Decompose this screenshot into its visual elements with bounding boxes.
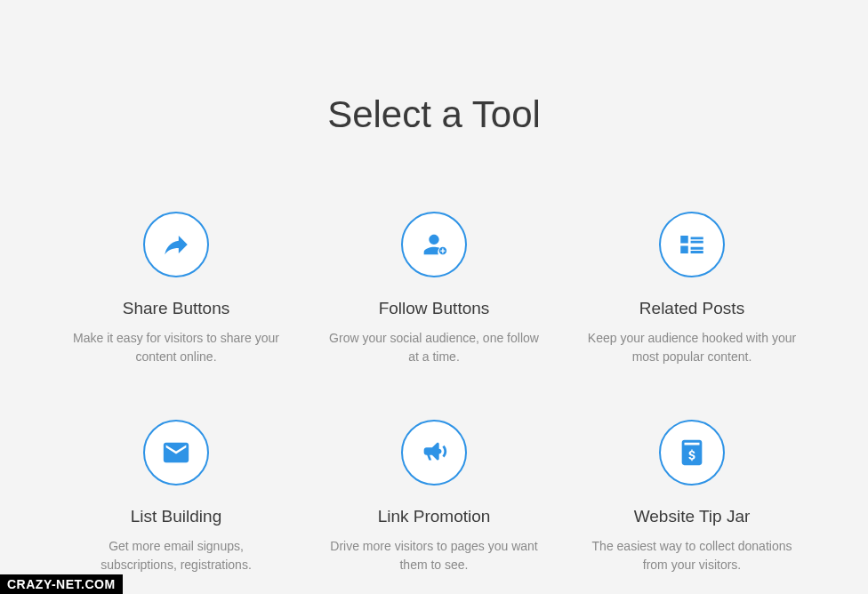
tool-link-promotion[interactable]: Link Promotion Drive more visitors to pa… [305,420,563,574]
tools-grid: Share Buttons Make it easy for visitors … [47,212,821,574]
watermark: CRAZY-NET.COM [0,574,123,594]
tool-title: Share Buttons [123,299,229,318]
tool-list-building[interactable]: List Building Get more email signups, su… [47,420,305,574]
tool-share-buttons[interactable]: Share Buttons Make it easy for visitors … [47,212,305,366]
follow-icon [401,212,467,277]
main-container: Select a Tool Share Buttons Make it easy… [0,0,868,574]
envelope-icon [143,420,209,486]
tool-description: Keep your audience hooked with your most… [585,329,799,366]
tool-related-posts[interactable]: Related Posts Keep your audience hooked … [563,212,821,366]
tip-jar-icon [659,420,725,486]
tool-title: Website Tip Jar [634,507,751,526]
tool-description: The easiest way to collect donations fro… [585,537,799,574]
tool-title: List Building [131,507,221,526]
list-icon [659,212,725,277]
share-icon [143,212,209,277]
tool-description: Get more email signups, subscriptions, r… [69,537,283,574]
page-title: Select a Tool [0,93,868,136]
tool-description: Drive more visitors to pages you want th… [327,537,541,574]
tool-website-tip-jar[interactable]: Website Tip Jar The easiest way to colle… [563,420,821,574]
tool-title: Related Posts [639,299,744,318]
tool-title: Follow Buttons [379,299,490,318]
tool-description: Make it easy for visitors to share your … [69,329,283,366]
tool-description: Grow your social audience, one follow at… [327,329,541,366]
tool-follow-buttons[interactable]: Follow Buttons Grow your social audience… [305,212,563,366]
tool-title: Link Promotion [378,507,491,526]
megaphone-icon [401,420,467,486]
